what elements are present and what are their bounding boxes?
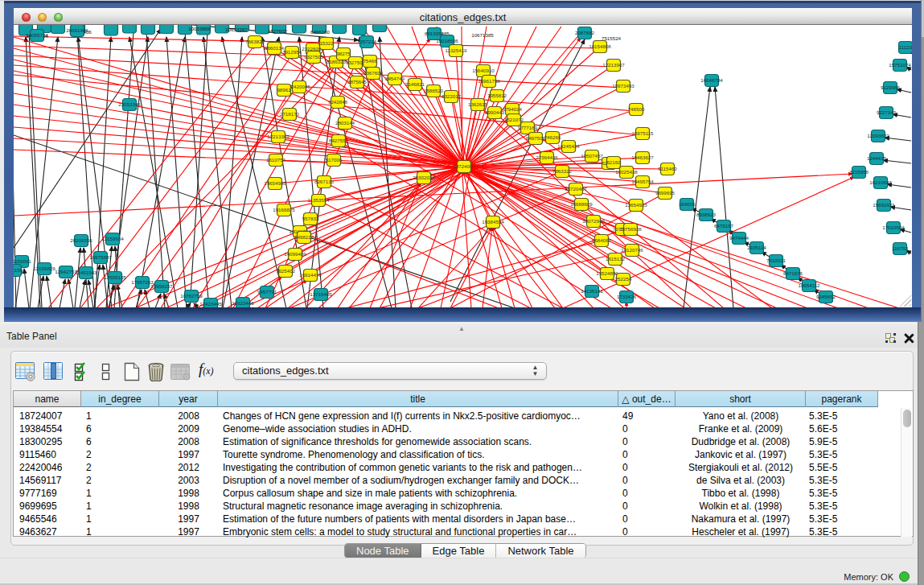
svg-text:16210643: 16210643	[869, 179, 892, 185]
svg-text:16914479: 16914479	[299, 272, 322, 278]
svg-text:10654112: 10654112	[798, 282, 820, 288]
svg-text:116753: 116753	[892, 245, 909, 251]
svg-text:16245434: 16245434	[557, 143, 580, 149]
svg-text:20091406: 20091406	[66, 27, 88, 33]
svg-text:15322: 15322	[319, 40, 334, 46]
svg-text:9146821: 9146821	[405, 81, 425, 87]
svg-text:391159: 391159	[14, 267, 23, 273]
svg-text:2367608: 2367608	[363, 70, 384, 76]
svg-text:9327503: 9327503	[304, 54, 324, 60]
svg-text:9474444: 9474444	[729, 235, 749, 241]
svg-text:9699695: 9699695	[655, 190, 676, 196]
svg-text:10688609: 10688609	[570, 201, 593, 207]
svg-text:12213967: 12213967	[602, 62, 625, 68]
svg-text:13716485: 13716485	[310, 291, 332, 297]
svg-text:7357224: 7357224	[357, 39, 377, 44]
svg-text:517006: 517006	[326, 157, 343, 163]
svg-text:9115460: 9115460	[658, 166, 677, 171]
svg-text:12942757: 12942757	[55, 269, 77, 274]
svg-text:18495754: 18495754	[631, 179, 654, 184]
svg-text:1733426: 1733426	[617, 294, 637, 299]
svg-text:15751074: 15751074	[889, 62, 911, 68]
svg-text:7863322: 7863322	[552, 168, 573, 174]
svg-text:19756928: 19756928	[619, 226, 642, 232]
svg-text:2803144: 2803144	[335, 120, 355, 126]
svg-text:19654985: 19654985	[264, 180, 286, 186]
svg-text:18724007: 18724007	[453, 163, 475, 169]
svg-text:164095: 164095	[679, 201, 696, 207]
svg-text:1521072: 1521072	[504, 117, 524, 122]
svg-text:14099489: 14099489	[284, 251, 306, 257]
svg-text:7625402: 7625402	[276, 268, 296, 274]
svg-text:11123: 11123	[899, 44, 912, 50]
svg-text:7632021: 7632021	[766, 257, 786, 263]
svg-text:10671385: 10671385	[471, 32, 494, 38]
svg-text:20206556: 20206556	[70, 237, 92, 243]
svg-text:12093822: 12093822	[867, 133, 889, 138]
svg-text:18072949: 18072949	[582, 218, 605, 224]
svg-text:10033809: 10033809	[188, 26, 211, 31]
svg-text:6322017: 6322017	[441, 93, 462, 99]
svg-text:748500: 748500	[628, 106, 645, 112]
svg-text:9777169: 9777169	[518, 125, 538, 130]
svg-text:19218506: 19218506	[436, 38, 458, 43]
svg-text:14136141: 14136141	[581, 288, 603, 294]
svg-text:1610754: 1610754	[266, 157, 286, 163]
svg-text:98275: 98275	[336, 51, 351, 56]
svg-text:8471676: 8471676	[783, 270, 803, 276]
svg-text:1527602: 1527602	[268, 28, 288, 34]
svg-text:1159001: 1159001	[14, 258, 31, 264]
svg-text:10653267: 10653267	[225, 27, 248, 32]
svg-text:2087682: 2087682	[575, 30, 595, 35]
svg-text:17010504: 17010504	[882, 225, 905, 230]
svg-text:10507457: 10507457	[581, 153, 603, 159]
svg-text:11451943: 11451943	[75, 270, 97, 275]
svg-text:9684067: 9684067	[592, 237, 612, 243]
svg-text:10025438: 10025438	[615, 169, 638, 175]
svg-text:6479197: 6479197	[714, 223, 734, 229]
svg-text:12423445: 12423445	[199, 301, 222, 307]
svg-text:16154808: 16154808	[589, 43, 611, 49]
svg-text:7955812: 7955812	[487, 93, 507, 98]
svg-text:3215958: 3215958	[849, 169, 869, 175]
svg-text:1244415: 1244415	[867, 155, 887, 161]
svg-text:11353594: 11353594	[307, 197, 330, 203]
svg-text:98961: 98961	[277, 87, 291, 93]
svg-text:14055724: 14055724	[26, 32, 48, 38]
svg-text:22420046: 22420046	[288, 84, 310, 89]
svg-text:3912954: 3912954	[282, 49, 302, 55]
svg-text:7663822: 7663822	[245, 39, 265, 44]
svg-text:13524851: 13524851	[596, 270, 618, 276]
svg-text:746266: 746266	[544, 134, 561, 140]
svg-text:9245652: 9245652	[816, 294, 836, 299]
svg-text:8427552: 8427552	[329, 138, 349, 143]
svg-text:252254: 252254	[615, 276, 632, 282]
svg-text:2935114: 2935114	[747, 245, 766, 250]
svg-text:10975887: 10975887	[89, 254, 112, 260]
svg-text:8938923: 8938923	[696, 212, 717, 217]
svg-text:12923446: 12923446	[232, 300, 254, 306]
svg-text:8990443: 8990443	[485, 109, 505, 115]
svg-text:15640910: 15640910	[472, 68, 495, 73]
svg-text:2718170: 2718170	[280, 111, 300, 117]
svg-text:3875645: 3875645	[347, 79, 368, 84]
svg-text:11325419: 11325419	[445, 47, 467, 53]
svg-text:19463627: 19463627	[631, 154, 654, 160]
svg-text:19166825: 19166825	[273, 207, 295, 212]
svg-text:8267130: 8267130	[314, 179, 335, 184]
svg-text:62160: 62160	[606, 159, 621, 165]
svg-text:9457791: 9457791	[257, 289, 277, 295]
svg-text:6497508: 6497508	[526, 135, 546, 141]
svg-text:10120746: 10120746	[621, 247, 643, 253]
svg-text:15692921: 15692921	[873, 202, 895, 208]
svg-text:12159934: 12159934	[101, 236, 124, 241]
svg-text:12213369: 12213369	[267, 134, 290, 139]
svg-text:10958157: 10958157	[150, 283, 173, 289]
svg-text:16782759: 16782759	[180, 293, 203, 299]
svg-text:9129966: 9129966	[881, 84, 901, 90]
svg-text:15975115: 15975115	[631, 130, 654, 136]
svg-text:8454749: 8454749	[385, 76, 405, 81]
svg-text:1615132: 1615132	[606, 256, 626, 262]
svg-text:6794024: 6794024	[503, 106, 523, 112]
svg-text:9242848: 9242848	[328, 99, 348, 105]
